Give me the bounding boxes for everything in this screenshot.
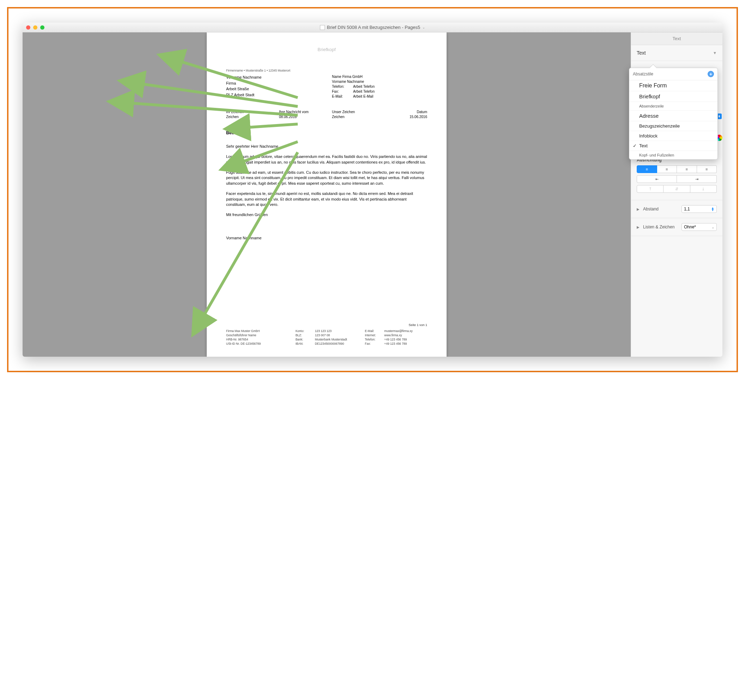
window-title[interactable]: Brief DIN 5008 A mit Bezugszeichen - Pag…: [22, 25, 723, 30]
outdent-button[interactable]: ⇤: [637, 175, 677, 183]
titlebar: Brief DIN 5008 A mit Bezugszeichen - Pag…: [22, 22, 723, 33]
chevron-down-icon: ⌄: [422, 25, 425, 29]
ref-value[interactable]: 08.06.2016: [279, 115, 297, 119]
ref-label: Unser Zeichen: [332, 110, 374, 115]
footer-columns: Firma Max Muster GmbH Geschäftsführer Na…: [226, 329, 427, 346]
stepper-icon[interactable]: ▲▼: [711, 207, 714, 212]
ref-value[interactable]: Zeichen: [332, 115, 345, 119]
body-paragraph[interactable]: Lorem ipsum ad qui dolore, vitae cetero …: [226, 154, 427, 165]
ref-value[interactable]: 15.06.2016: [410, 115, 427, 119]
ref-label: Datum: [385, 110, 427, 115]
info-block[interactable]: Name Firma GmbH Vorname Nachname Telefon…: [332, 75, 427, 99]
valign-bottom-button[interactable]: ⤓: [690, 185, 717, 193]
spacing-select[interactable]: 1,1 ▲▼: [682, 205, 717, 213]
styles-popover: Absatzstile + Freie FormBriefkopfAbsende…: [629, 68, 718, 160]
lists-select[interactable]: Ohne* ⌄: [682, 223, 717, 231]
valign-top-button[interactable]: ⤒: [637, 185, 664, 193]
info-value[interactable]: Arbeit Telefon: [353, 89, 375, 94]
triangle-down-icon[interactable]: ▼: [713, 51, 717, 55]
addr-line[interactable]: PLZ Arbeit Stadt: [226, 92, 318, 98]
style-item[interactable]: Briefkopf: [629, 91, 718, 102]
ref-label: Ihre Nachricht vom: [279, 110, 322, 115]
popover-header: Absatzstile +: [629, 68, 718, 81]
reference-line[interactable]: Ihr ZeichenZeichen Ihre Nachricht vom08.…: [226, 110, 427, 119]
recipient-address[interactable]: Vorname Nachname Firma Arbeit Straße PLZ…: [226, 75, 318, 99]
footer-col-company[interactable]: Firma Max Muster GmbH Geschäftsführer Na…: [226, 329, 289, 346]
info-label: Telefon:: [332, 84, 353, 89]
indent-row: ⇤ ⇥: [637, 175, 717, 183]
info-value[interactable]: Arbeit E-Mail: [353, 94, 373, 99]
page-number: Seite 1 von 1: [226, 323, 427, 327]
style-item[interactable]: Text: [629, 141, 718, 151]
body-paragraph[interactable]: Facer expetenda ius te, sint mundi aperi…: [226, 191, 427, 207]
add-style-button[interactable]: +: [708, 71, 714, 77]
fold-mark: [202, 230, 206, 230]
addr-line[interactable]: Firma: [226, 81, 318, 87]
fold-mark: [202, 124, 206, 124]
info-value[interactable]: Arbeit Telefon: [353, 84, 375, 89]
valign-middle-button[interactable]: ⇵: [664, 185, 690, 193]
lists-label: Listen & Zeichen: [643, 224, 678, 230]
align-center-button[interactable]: ≡: [657, 165, 677, 173]
chevron-down-icon: ⌄: [712, 225, 714, 229]
subject[interactable]: Betreff: [226, 130, 427, 136]
footer-col-contact[interactable]: E-Mail:mustermax@firma.xy Internet:www.f…: [365, 329, 427, 346]
inspector-tab-text[interactable]: Text: [631, 33, 723, 45]
window-body: Briefkopf Firmenname • Musterstraße 1 • …: [22, 33, 723, 357]
inspector-sidebar: Text Text ▼ Absatzstile + Freie FormBrie…: [631, 33, 723, 357]
lists-section: ▶ Listen & Zeichen Ohne* ⌄: [631, 218, 723, 236]
page[interactable]: Briefkopf Firmenname • Musterstraße 1 • …: [207, 33, 447, 357]
body-paragraph[interactable]: Fugit suavitate ad eam, ut essent debiti…: [226, 170, 427, 186]
outer-frame: Brief DIN 5008 A mit Bezugszeichen - Pag…: [7, 7, 738, 372]
styles-list: Freie FormBriefkopfAbsenderzeileAdresseB…: [629, 81, 718, 159]
title-text: Brief DIN 5008 A mit Bezugszeichen - Pag…: [327, 25, 420, 30]
align-justify-button[interactable]: ≡: [697, 165, 717, 173]
info-label: E-Mail:: [332, 94, 353, 99]
style-item[interactable]: Infoblock: [629, 131, 718, 141]
addr-line[interactable]: Vorname Nachname: [226, 75, 318, 81]
signature-name[interactable]: Vorname Nachname: [226, 236, 427, 241]
ref-value[interactable]: Zeichen: [226, 115, 239, 119]
document-canvas[interactable]: Briefkopf Firmenname • Musterstraße 1 • …: [22, 33, 631, 357]
align-right-button[interactable]: ≡: [677, 165, 697, 173]
info-company[interactable]: Name Firma GmbH: [332, 75, 427, 79]
style-item[interactable]: Absenderzeile: [629, 102, 718, 111]
page-footer[interactable]: Seite 1 von 1 Firma Max Muster GmbH Gesc…: [226, 323, 427, 346]
style-item[interactable]: Bezugszeichenzeile: [629, 121, 718, 131]
closing[interactable]: Mit freundlichen Grüßen: [226, 212, 427, 218]
spacing-label: Abstand: [643, 206, 678, 212]
letterhead[interactable]: Briefkopf: [226, 46, 427, 53]
ref-label: Ihr Zeichen: [226, 110, 268, 115]
indent-button[interactable]: ⇥: [677, 175, 717, 183]
style-item[interactable]: Adresse: [629, 111, 718, 121]
info-name[interactable]: Vorname Nachname: [332, 79, 427, 84]
style-item[interactable]: Kopf- und Fußzeilen: [629, 151, 718, 159]
spacing-value: 1,1: [684, 206, 690, 212]
info-label: Fax:: [332, 89, 353, 94]
current-style-name[interactable]: Text: [637, 50, 646, 56]
addr-line[interactable]: Arbeit Straße: [226, 86, 318, 92]
align-left-button[interactable]: ≡: [637, 165, 657, 173]
spacing-section: ▶ Abstand 1,1 ▲▼: [631, 200, 723, 218]
lists-value: Ohne*: [684, 224, 696, 230]
sender-line[interactable]: Firmenname • Musterstraße 1 • 12345 Must…: [226, 69, 427, 73]
footer-col-bank[interactable]: Konto:123 123 123 BLZ:123 007 08 Bank:Mu…: [296, 329, 358, 346]
app-window: Brief DIN 5008 A mit Bezugszeichen - Pag…: [22, 22, 723, 357]
fold-mark: [202, 188, 206, 188]
alignment-section: Ausrichtung ≡ ≡ ≡ ≡ ⇤ ⇥ ⤒ ⇵ ⤓: [631, 152, 723, 200]
disclosure-triangle-icon[interactable]: ▶: [637, 207, 640, 211]
vertical-align-row: ⤒ ⇵ ⤓: [637, 185, 717, 193]
address-row: Vorname Nachname Firma Arbeit Straße PLZ…: [226, 75, 427, 99]
text-align-row: ≡ ≡ ≡ ≡: [637, 165, 717, 173]
style-item[interactable]: Freie Form: [629, 81, 718, 91]
popover-title: Absatzstile: [633, 72, 653, 76]
paragraph-style-section[interactable]: Text ▼: [631, 45, 723, 61]
document-icon: [320, 25, 325, 30]
salutation[interactable]: Sehr geehrter Herr Nachname,: [226, 144, 427, 149]
disclosure-triangle-icon[interactable]: ▶: [637, 225, 640, 229]
